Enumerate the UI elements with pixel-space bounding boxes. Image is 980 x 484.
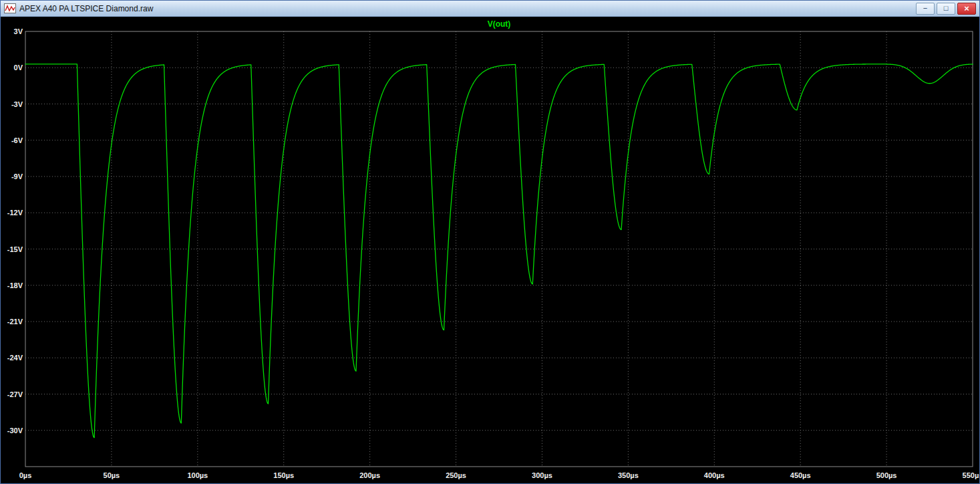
x-tick-label[interactable]: 200µs bbox=[355, 471, 385, 480]
minimize-button[interactable]: − bbox=[916, 3, 935, 15]
y-tick-label[interactable]: -15V bbox=[1, 245, 23, 254]
x-tick-label[interactable]: 150µs bbox=[269, 471, 299, 480]
window-controls: − □ × bbox=[916, 3, 976, 15]
vout-trace[interactable] bbox=[25, 64, 973, 438]
x-tick-label[interactable]: 250µs bbox=[442, 471, 471, 480]
x-tick-label[interactable]: 500µs bbox=[872, 471, 901, 480]
maximize-button[interactable]: □ bbox=[937, 3, 955, 15]
x-tick-label[interactable]: 50µs bbox=[97, 471, 126, 480]
y-tick-label[interactable]: -27V bbox=[1, 390, 23, 399]
close-button[interactable]: × bbox=[957, 3, 976, 15]
x-tick-label[interactable]: 400µs bbox=[699, 471, 729, 480]
y-tick-label[interactable]: -9V bbox=[1, 172, 23, 181]
y-tick-label[interactable]: -18V bbox=[1, 281, 23, 290]
ltspice-waveform-window: APEX A40 PA LTSPICE Diamond.raw − □ × V(… bbox=[0, 0, 980, 484]
y-tick-label[interactable]: 3V bbox=[1, 27, 23, 36]
y-tick-label[interactable]: -21V bbox=[1, 317, 23, 326]
x-tick-label[interactable]: 0µs bbox=[11, 471, 40, 480]
x-tick-label[interactable]: 550µs bbox=[958, 471, 980, 480]
title-bar[interactable]: APEX A40 PA LTSPICE Diamond.raw − □ × bbox=[1, 1, 979, 17]
x-tick-label[interactable]: 350µs bbox=[613, 471, 643, 480]
y-tick-label[interactable]: -6V bbox=[1, 136, 23, 145]
x-tick-label[interactable]: 450µs bbox=[786, 471, 815, 480]
y-tick-label[interactable]: -24V bbox=[1, 353, 23, 362]
y-tick-label[interactable]: -12V bbox=[1, 208, 23, 217]
waveform-chart[interactable] bbox=[1, 17, 980, 484]
y-tick-label[interactable]: 0V bbox=[1, 63, 23, 72]
y-tick-label[interactable]: -3V bbox=[1, 100, 23, 109]
window-title: APEX A40 PA LTSPICE Diamond.raw bbox=[19, 4, 916, 13]
x-tick-label[interactable]: 100µs bbox=[183, 471, 212, 480]
plot-screen[interactable]: V(out) 3V0V-3V-6V-9V-12V-15V-18V-21V-24V… bbox=[1, 17, 980, 484]
x-tick-label[interactable]: 300µs bbox=[527, 471, 556, 480]
waveform-window-icon bbox=[4, 3, 16, 13]
y-tick-label[interactable]: -30V bbox=[1, 426, 23, 435]
